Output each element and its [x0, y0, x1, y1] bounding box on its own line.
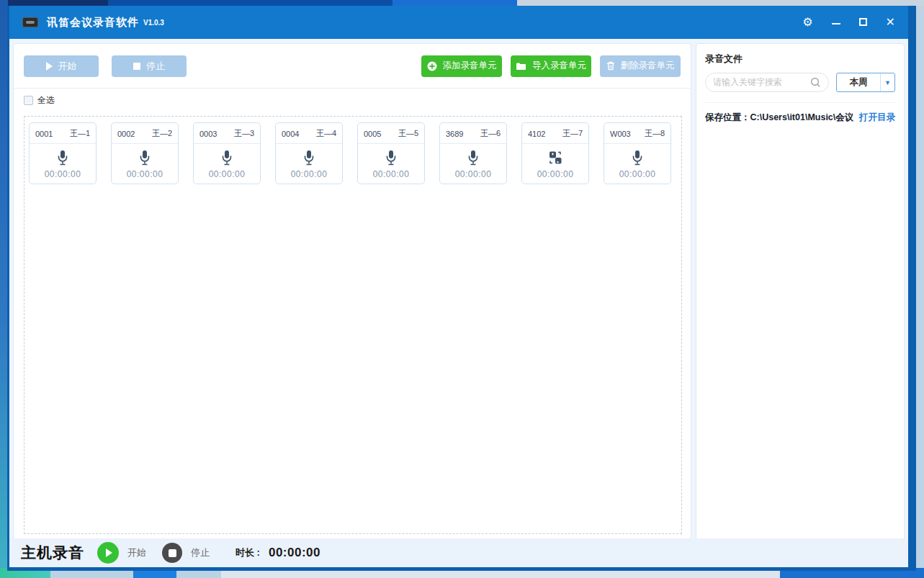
unit-grid: 0001 王—1 00:00:00 0002 王—2 00:00:00	[29, 122, 677, 184]
unit-id: 3689	[446, 130, 463, 138]
week-filter-value: 本周	[837, 76, 880, 89]
search-icon	[810, 77, 821, 88]
stop-icon	[133, 63, 140, 70]
unit-name: 王—2	[152, 128, 172, 139]
play-icon	[106, 548, 112, 557]
microphone-icon	[138, 150, 152, 166]
open-directory-link[interactable]: 打开目录	[859, 112, 895, 124]
unit-timer: 00:00:00	[209, 169, 246, 179]
start-button[interactable]: 开始	[24, 55, 99, 77]
unit-id: 0004	[282, 130, 299, 138]
app-version: V1.0.3	[143, 19, 164, 27]
search-placeholder: 请输入关键字搜索	[713, 76, 810, 89]
delete-unit-label: 删除录音单元	[621, 60, 675, 72]
stop-button-label: 停止	[146, 60, 165, 73]
device-sync-icon	[547, 150, 563, 166]
unit-id: 0003	[199, 130, 217, 138]
unit-timer: 00:00:00	[291, 169, 328, 179]
microphone-icon	[302, 150, 316, 166]
unit-timer: 00:00:00	[373, 169, 410, 179]
start-button-label: 开始	[58, 60, 77, 73]
recording-unit-card[interactable]: 0001 王—1 00:00:00	[29, 122, 97, 184]
unit-name: 王—7	[562, 128, 583, 139]
recording-unit-card[interactable]: 3689 王—6 00:00:00	[439, 122, 507, 184]
toolbar: 开始 停止 添加录音单元 导入录音单元 删除录音单元	[14, 44, 691, 89]
select-all-checkbox[interactable]	[24, 96, 33, 105]
add-unit-label: 添加录音单元	[443, 60, 497, 72]
stop-icon	[169, 549, 176, 557]
microphone-icon	[55, 150, 70, 166]
unit-name: 王—4	[316, 128, 336, 139]
chevron-down-icon: ▼	[880, 73, 894, 91]
minimize-button[interactable]	[832, 17, 840, 27]
unit-id: 0005	[364, 130, 381, 138]
recording-unit-card[interactable]: 0003 王—3 00:00:00	[193, 122, 261, 184]
maximize-button[interactable]	[859, 17, 867, 27]
host-stop-button[interactable]	[162, 543, 182, 563]
unit-name: 王—1	[70, 128, 90, 139]
unit-id: 4102	[528, 130, 545, 138]
unit-timer: 00:00:00	[45, 169, 81, 179]
unit-id: W003	[610, 130, 631, 138]
unit-area: 0001 王—1 00:00:00 0002 王—2 00:00:00	[24, 116, 682, 534]
microphone-icon	[384, 150, 398, 166]
duration-value: 00:00:00	[269, 546, 320, 560]
microphone-icon	[466, 150, 480, 166]
save-location-text: 保存位置：C:\Users\it01\Music\会议...	[705, 112, 853, 124]
add-unit-button[interactable]: 添加录音单元	[421, 55, 502, 77]
app-title: 讯笛会议录音软件	[47, 16, 139, 30]
settings-gear-icon[interactable]: ⚙	[802, 17, 812, 28]
week-filter-dropdown[interactable]: 本周 ▼	[836, 73, 895, 92]
recording-unit-card[interactable]: 0005 王—5 00:00:00	[357, 122, 425, 184]
unit-timer: 00:00:00	[619, 169, 656, 179]
host-record-bar: 主机录音 开始 停止 时长 : 00:00:00	[9, 538, 908, 567]
recording-unit-card[interactable]: W003 王—8 00:00:00	[604, 122, 671, 184]
select-all-label: 全选	[37, 94, 55, 107]
unit-timer: 00:00:00	[127, 169, 163, 179]
delete-unit-button[interactable]: 删除录音单元	[600, 55, 681, 77]
close-button[interactable]: ✕	[886, 17, 895, 28]
duration-label: 时长 :	[236, 546, 260, 559]
unit-id: 0002	[117, 130, 135, 138]
host-stop-label: 停止	[191, 546, 210, 559]
microphone-icon	[630, 150, 645, 166]
titlebar: 讯笛会议录音软件 V1.0.3 ⚙ ✕	[9, 6, 908, 39]
play-icon	[46, 62, 53, 71]
unit-timer: 00:00:00	[537, 169, 574, 179]
recording-unit-card[interactable]: 0002 王—2 00:00:00	[111, 122, 179, 184]
unit-id: 0001	[35, 130, 53, 138]
recording-unit-card[interactable]: 0004 王—4 00:00:00	[275, 122, 343, 184]
sidebar-title: 录音文件	[705, 53, 895, 66]
host-record-label: 主机录音	[21, 543, 84, 563]
unit-name: 王—8	[645, 128, 665, 139]
unit-name: 王—5	[398, 128, 418, 139]
unit-name: 王—6	[480, 128, 501, 139]
unit-name: 王—3	[234, 128, 254, 139]
host-start-label: 开始	[127, 546, 146, 559]
main-panel: 开始 停止 添加录音单元 导入录音单元 删除录音单元 全选	[13, 43, 691, 541]
unit-timer: 00:00:00	[455, 169, 492, 179]
folder-icon	[516, 62, 526, 71]
plus-circle-icon	[427, 61, 437, 71]
host-start-button[interactable]	[97, 542, 119, 564]
app-window: 讯笛会议录音软件 V1.0.3 ⚙ ✕ 开始 停止 添加录音单元	[7, 6, 916, 571]
app-logo-icon	[22, 17, 38, 27]
stop-button[interactable]: 停止	[112, 55, 187, 77]
search-input[interactable]: 请输入关键字搜索	[705, 73, 829, 92]
import-unit-label: 导入录音单元	[532, 60, 586, 72]
trash-icon	[606, 61, 615, 71]
recording-unit-card[interactable]: 4102 王—7 00:00:00	[521, 122, 589, 184]
microphone-icon	[220, 150, 234, 166]
recordings-sidebar: 录音文件 请输入关键字搜索 本周 ▼ 保存位置：C:\Users\it01\Mu…	[696, 43, 905, 541]
import-unit-button[interactable]: 导入录音单元	[511, 55, 591, 77]
